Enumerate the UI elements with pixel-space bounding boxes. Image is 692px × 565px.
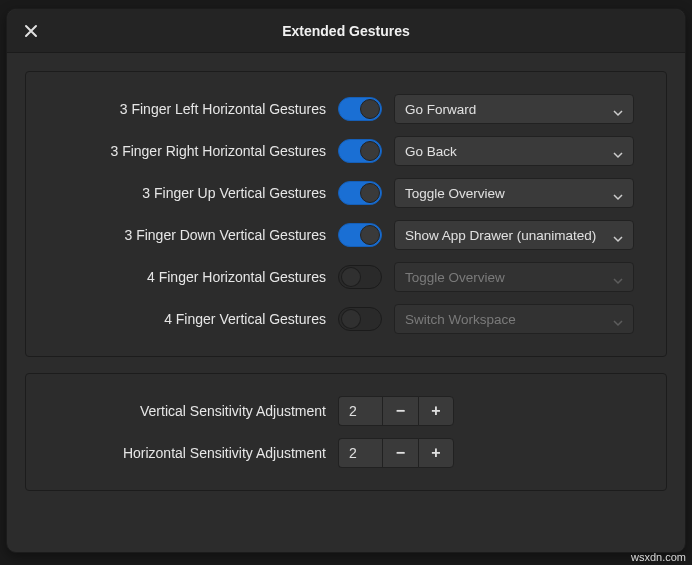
dropdown-label: Toggle Overview [405,270,607,285]
gestures-panel: 3 Finger Left Horizontal Gestures Go For… [25,71,667,357]
gesture-label: 3 Finger Up Vertical Gestures [44,185,326,201]
gesture-row: 4 Finger Horizontal Gestures Toggle Over… [44,262,648,292]
gesture-toggle-3-right[interactable] [338,139,382,163]
stepper-increment-button[interactable]: + [418,438,454,468]
gesture-label: 4 Finger Vertical Gestures [44,311,326,327]
gesture-toggle-3-down[interactable] [338,223,382,247]
gesture-action-dropdown-3-left[interactable]: Go Forward [394,94,634,124]
dropdown-label: Toggle Overview [405,186,607,201]
gesture-row: 3 Finger Down Vertical Gestures Show App… [44,220,648,250]
window-title: Extended Gestures [7,23,685,39]
gesture-action-dropdown-4-horizontal: Toggle Overview [394,262,634,292]
gesture-action-dropdown-3-right[interactable]: Go Back [394,136,634,166]
stepper-decrement-button[interactable]: − [382,396,418,426]
gesture-label: 3 Finger Left Horizontal Gestures [44,101,326,117]
chevron-down-icon [613,188,623,198]
content-area: 3 Finger Left Horizontal Gestures Go For… [7,53,685,552]
stepper-decrement-button[interactable]: − [382,438,418,468]
gesture-label: 4 Finger Horizontal Gestures [44,269,326,285]
gesture-toggle-3-left[interactable] [338,97,382,121]
sensitivity-label: Vertical Sensitivity Adjustment [44,403,326,419]
dropdown-label: Go Forward [405,102,607,117]
gesture-action-dropdown-4-vertical: Switch Workspace [394,304,634,334]
watermark-url: wsxdn.com [631,551,686,563]
dropdown-label: Show App Drawer (unanimated) [405,228,607,243]
gesture-row: 4 Finger Vertical Gestures Switch Worksp… [44,304,648,334]
close-icon [24,24,38,38]
chevron-down-icon [613,272,623,282]
gesture-row: 3 Finger Right Horizontal Gestures Go Ba… [44,136,648,166]
dropdown-label: Switch Workspace [405,312,607,327]
horizontal-sensitivity-stepper: 2 − + [338,438,454,468]
vertical-sensitivity-stepper: 2 − + [338,396,454,426]
gesture-toggle-3-up[interactable] [338,181,382,205]
gesture-row: 3 Finger Up Vertical Gestures Toggle Ove… [44,178,648,208]
stepper-value[interactable]: 2 [338,396,382,426]
sensitivity-row: Horizontal Sensitivity Adjustment 2 − + [44,438,648,468]
chevron-down-icon [613,230,623,240]
titlebar: Extended Gestures [7,9,685,53]
stepper-value[interactable]: 2 [338,438,382,468]
gesture-action-dropdown-3-down[interactable]: Show App Drawer (unanimated) [394,220,634,250]
sensitivity-label: Horizontal Sensitivity Adjustment [44,445,326,461]
chevron-down-icon [613,314,623,324]
gesture-label: 3 Finger Down Vertical Gestures [44,227,326,243]
chevron-down-icon [613,104,623,114]
close-button[interactable] [17,17,45,45]
stepper-increment-button[interactable]: + [418,396,454,426]
gesture-toggle-4-horizontal[interactable] [338,265,382,289]
settings-window: Extended Gestures 3 Finger Left Horizont… [6,8,686,553]
dropdown-label: Go Back [405,144,607,159]
gesture-action-dropdown-3-up[interactable]: Toggle Overview [394,178,634,208]
sensitivity-panel: Vertical Sensitivity Adjustment 2 − + Ho… [25,373,667,491]
gesture-row: 3 Finger Left Horizontal Gestures Go For… [44,94,648,124]
gesture-toggle-4-vertical[interactable] [338,307,382,331]
chevron-down-icon [613,146,623,156]
gesture-label: 3 Finger Right Horizontal Gestures [44,143,326,159]
sensitivity-row: Vertical Sensitivity Adjustment 2 − + [44,396,648,426]
